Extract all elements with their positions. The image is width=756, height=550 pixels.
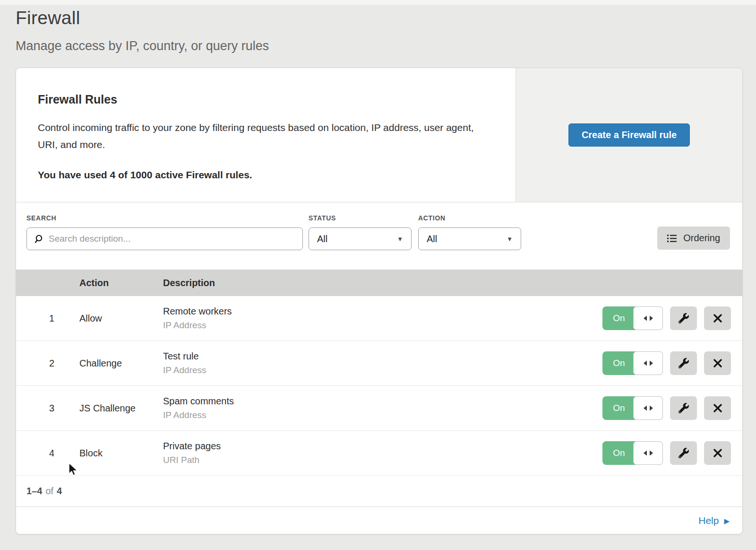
toggle-state-label: On [602,396,636,420]
action-select-value: All [427,234,437,244]
help-link[interactable]: Help ▶ [698,515,730,526]
rule-controls: On [602,396,742,420]
delete-rule-button[interactable] [704,441,731,465]
rule-controls: On [602,351,742,375]
card-heading: Firewall Rules [38,93,487,106]
wrench-icon [679,358,689,368]
rule-description: Private pages [163,441,602,452]
table-header: Action Description [16,270,742,296]
ordering-button-label: Ordering [683,233,720,244]
edit-rule-button[interactable] [670,441,697,465]
help-arrow-icon: ▶ [724,516,730,525]
firewall-rules-card: Firewall Rules Control incoming traffic … [16,68,743,534]
rule-field: IP Address [163,320,602,331]
rule-priority: 3 [16,403,79,414]
table-row: 4 Block Private pages URI Path On [16,431,742,476]
chevron-down-icon: ▼ [507,236,513,243]
action-filter-group: ACTION All ▼ [418,214,521,270]
rule-description-cell: Spam comments IP Address [163,396,602,420]
rule-enabled-toggle[interactable]: On [602,351,663,375]
status-select-value: All [317,234,327,244]
rule-action: Block [79,448,163,459]
close-icon [713,314,722,323]
edit-rule-button[interactable] [670,351,697,375]
rule-priority: 1 [16,313,79,324]
rule-enabled-toggle[interactable]: On [602,306,663,330]
table-row: 1 Allow Remote workers IP Address On [16,296,742,341]
rule-enabled-toggle[interactable]: On [602,396,663,420]
close-icon [713,359,722,367]
wrench-icon [679,313,689,323]
close-icon [713,404,722,412]
action-label: ACTION [418,214,521,222]
ordering-group: Ordering [657,214,730,270]
pagination: 1–4 of 4 [16,476,742,507]
rule-action: Allow [79,313,163,324]
wrench-icon [679,448,689,458]
card-top-right: Create a Firewall rule [515,68,742,202]
ordering-list-icon [667,234,677,243]
rule-action: Challenge [79,358,163,369]
rule-priority: 2 [16,358,79,369]
delete-rule-button[interactable] [704,396,731,420]
status-filter-group: STATUS All ▼ [309,214,412,270]
toggle-state-label: On [602,306,636,330]
card-top-section: Firewall Rules Control incoming traffic … [16,68,742,202]
pagination-total: 4 [57,486,62,497]
table-row: 2 Challenge Test rule IP Address On [16,341,742,386]
status-select[interactable]: All ▼ [309,227,412,250]
create-firewall-rule-button[interactable]: Create a Firewall rule [568,123,690,147]
rule-description: Remote workers [163,306,602,317]
search-input[interactable] [49,234,296,244]
edit-rule-button[interactable] [670,396,697,420]
rule-field: IP Address [163,365,602,375]
toggle-state-label: On [602,351,636,375]
ordering-button[interactable]: Ordering [657,227,730,250]
close-icon [713,449,722,457]
status-label: STATUS [309,214,412,222]
search-filter-group: SEARCH [26,214,303,270]
rule-description-cell: Private pages URI Path [163,441,602,465]
rule-description-cell: Test rule IP Address [163,351,602,375]
rule-field: IP Address [163,410,602,420]
rule-controls: On [602,306,742,330]
search-label: SEARCH [26,214,303,222]
chevron-down-icon: ▼ [397,236,403,243]
column-description: Description [163,278,742,288]
filters-bar: SEARCH STATUS All ▼ ACTION All ▼ [16,202,742,270]
rule-description: Spam comments [163,396,602,407]
page-title: Firewall [16,8,756,28]
rule-action: JS Challenge [79,403,163,414]
usage-summary: You have used 4 of 1000 active Firewall … [38,169,487,181]
wrench-icon [679,403,689,413]
pagination-range: 1–4 [26,486,42,497]
rule-priority: 4 [16,448,79,459]
rule-controls: On [602,441,742,465]
column-action: Action [79,278,163,288]
toggle-state-label: On [602,441,636,465]
toggle-arrows-icon [633,396,663,420]
action-select[interactable]: All ▼ [418,227,521,250]
rule-enabled-toggle[interactable]: On [602,441,663,465]
pagination-of: of [45,486,53,497]
delete-rule-button[interactable] [704,306,731,330]
toggle-arrows-icon [633,306,663,330]
rule-description: Test rule [163,351,602,362]
card-top-left: Firewall Rules Control incoming traffic … [16,68,515,202]
page-subtitle: Manage access by IP, country, or query r… [16,39,756,53]
toggle-arrows-icon [633,441,663,465]
search-input-wrapper[interactable] [26,227,303,250]
search-icon [34,234,43,244]
rule-description-cell: Remote workers IP Address [163,306,602,331]
delete-rule-button[interactable] [704,351,731,375]
card-footer: Help ▶ [16,507,742,534]
rule-field: URI Path [163,455,602,465]
help-link-label: Help [698,515,719,526]
card-description: Control incoming traffic to your zone by… [38,119,487,153]
page-header: Firewall Manage access by IP, country, o… [0,0,756,53]
toggle-arrows-icon [633,351,663,375]
edit-rule-button[interactable] [670,306,697,330]
table-row: 3 JS Challenge Spam comments IP Address … [16,386,742,431]
